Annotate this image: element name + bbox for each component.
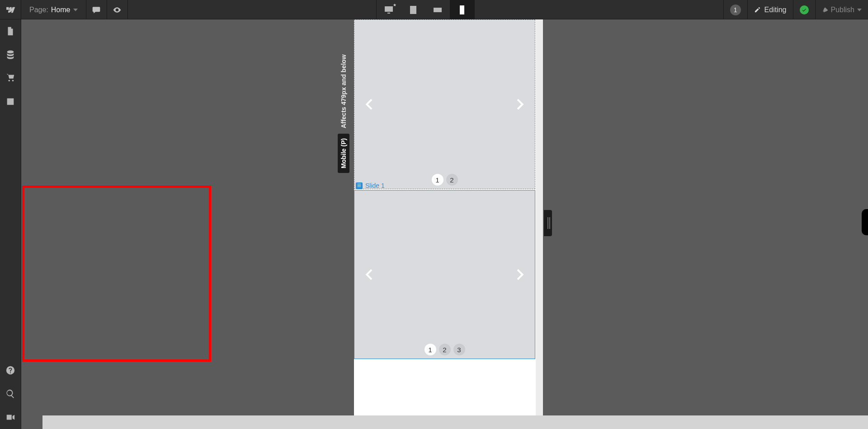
status-ok-badge	[800, 5, 809, 14]
right-panel-collapse-handle[interactable]	[862, 209, 868, 235]
slide-element-icon	[356, 182, 363, 189]
image-icon	[5, 97, 15, 107]
assets-panel-button[interactable]	[0, 90, 21, 113]
preview-button[interactable]	[107, 0, 128, 19]
topbar-spacer-2	[475, 0, 723, 19]
chevron-right-icon	[512, 267, 527, 282]
slider-element-1[interactable]: 1 2	[354, 19, 535, 189]
topbar-right-group: 1 Editing Publish	[723, 0, 868, 19]
ecommerce-panel-button[interactable]	[0, 66, 21, 90]
top-bar: Page: Home ★ 1 Editing	[0, 0, 868, 19]
slider-dot[interactable]: 2	[439, 344, 451, 355]
bottom-status-bar	[42, 415, 868, 429]
database-icon	[5, 50, 15, 60]
cart-icon	[5, 73, 15, 83]
help-icon	[5, 365, 15, 375]
webflow-logo-button[interactable]	[0, 0, 21, 19]
video-icon	[5, 412, 15, 422]
help-button[interactable]	[0, 359, 21, 382]
slider-dot[interactable]: 3	[453, 344, 465, 355]
mobile-landscape-icon	[432, 5, 443, 15]
chevron-left-icon	[363, 267, 377, 282]
editing-label: Editing	[764, 6, 787, 14]
tablet-icon	[408, 5, 419, 15]
comments-button[interactable]	[86, 0, 107, 19]
chevron-down-icon	[857, 9, 862, 11]
pencil-icon	[754, 6, 761, 13]
editing-mode-button[interactable]: Editing	[747, 0, 793, 19]
breakpoint-desktop[interactable]: ★	[377, 0, 401, 19]
canvas-area[interactable]: Mobile (P) Affects 479px and below 1 2 S…	[21, 19, 868, 429]
slider-next-button[interactable]	[508, 93, 531, 116]
breakpoint-description: Affects 479px and below	[340, 55, 347, 128]
breakpoint-tablet[interactable]	[401, 0, 425, 19]
page-selector[interactable]: Page: Home	[21, 0, 86, 19]
chevron-right-icon	[512, 97, 527, 112]
slider-prev-button[interactable]	[359, 263, 381, 286]
eye-icon	[113, 5, 122, 14]
search-button[interactable]	[0, 382, 21, 406]
slider-dots: 1 2 3	[425, 344, 465, 355]
slider-next-button[interactable]	[508, 263, 531, 286]
slider-dot[interactable]: 1	[425, 344, 436, 355]
device-preview-frame: 1 2 Slide 1 1 2 3	[354, 19, 543, 429]
preview-scrollbar[interactable]	[536, 19, 543, 429]
search-icon	[5, 389, 15, 399]
slider-prev-button[interactable]	[359, 93, 381, 116]
collaborator-count: 1	[730, 5, 741, 15]
webflow-logo-icon	[5, 5, 15, 15]
collaborators-button[interactable]: 1	[723, 0, 747, 19]
publish-label: Publish	[831, 6, 854, 14]
video-tutorials-button[interactable]	[0, 406, 21, 429]
breakpoint-mobile-landscape[interactable]	[425, 0, 450, 19]
selection-label: Slide 1	[365, 182, 385, 189]
breakpoint-label: Mobile (P) Affects 479px and below	[338, 55, 349, 173]
left-sidebar	[0, 19, 21, 429]
breakpoint-mobile-portrait[interactable]	[450, 0, 474, 19]
chevron-down-icon	[73, 9, 78, 11]
selection-tag[interactable]: Slide 1	[354, 181, 387, 190]
topbar-spacer	[128, 0, 377, 19]
page-name: Home	[51, 6, 71, 14]
page-label: Page:	[29, 6, 48, 14]
page-icon	[5, 26, 15, 36]
chevron-left-icon	[363, 97, 377, 112]
check-icon	[802, 7, 807, 13]
status-indicator[interactable]	[793, 0, 815, 19]
slider-element-2-selected[interactable]: 1 2 3	[354, 190, 535, 359]
pages-panel-button[interactable]	[0, 19, 21, 43]
slider-dot[interactable]: 1	[432, 174, 443, 186]
cms-panel-button[interactable]	[0, 43, 21, 66]
rocket-icon	[822, 7, 828, 13]
chat-bubble-icon	[92, 5, 101, 14]
highlight-annotation-box	[22, 186, 211, 362]
slider-dot[interactable]: 2	[446, 174, 458, 186]
publish-button[interactable]: Publish	[815, 0, 868, 19]
slider-dots: 1 2	[432, 174, 458, 186]
base-breakpoint-star-icon: ★	[393, 3, 396, 7]
mobile-portrait-icon	[457, 5, 467, 15]
breakpoint-switcher: ★	[376, 0, 475, 19]
breakpoint-name: Mobile (P)	[338, 134, 349, 173]
panel-resize-handle[interactable]	[544, 210, 552, 236]
